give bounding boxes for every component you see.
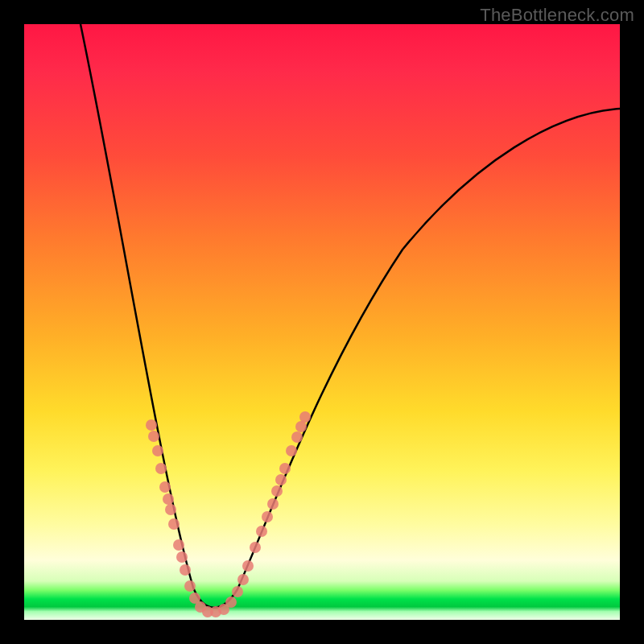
scatter-dot [148,431,159,442]
scatter-dot [279,463,291,474]
scatter-dot [146,419,157,431]
scatter-dot [152,445,163,456]
bottleneck-curve [80,24,620,608]
scatter-dot [271,485,283,497]
scatter-dot [242,560,254,572]
chart-frame: TheBottleneck.com [0,0,644,644]
scatter-dot [168,518,180,530]
scatter-dot [299,411,311,423]
scatter-dot [225,597,237,608]
scatter-dot [184,580,196,592]
scatter-dot [295,421,307,432]
scatter-dot [163,493,174,505]
scatter-dot [250,542,261,553]
scatter-dot [286,445,297,456]
scatter-dot [267,498,279,510]
curve-layer [24,24,620,620]
scatter-dot [275,474,287,485]
scatter-dot [159,481,171,493]
scatter-dot [232,586,243,597]
scatter-group [146,411,311,617]
scatter-dot [165,504,176,515]
scatter-dot [180,564,191,576]
scatter-dot [173,539,184,551]
watermark-text: TheBottleneck.com [480,5,634,26]
plot-area [24,24,620,620]
scatter-dot [262,511,273,522]
scatter-dot [155,463,167,474]
scatter-dot [176,551,188,563]
scatter-dot [256,526,267,537]
scatter-dot [291,431,303,443]
scatter-dot [237,574,249,585]
